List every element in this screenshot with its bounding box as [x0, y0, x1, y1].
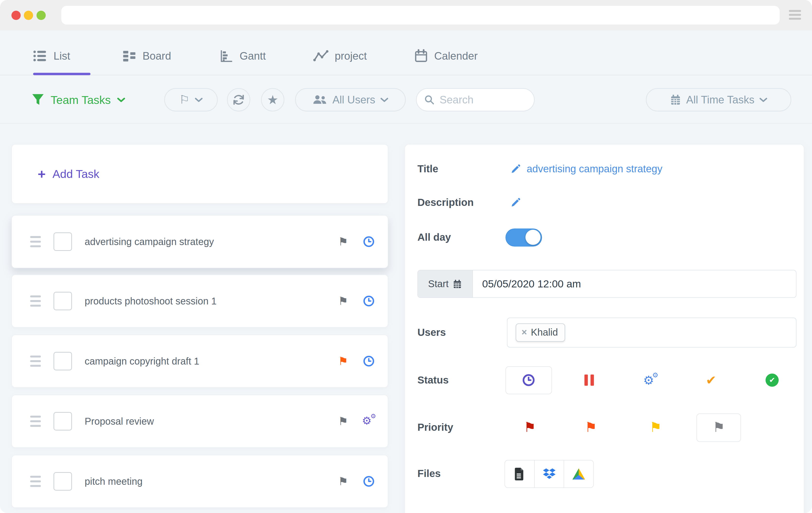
active-tab-indicator: [33, 73, 90, 75]
time-range-filter[interactable]: All Time Tasks: [646, 88, 791, 111]
priority-flag-icon[interactable]: ⚑: [338, 355, 348, 367]
task-title: pitch meeting: [85, 476, 143, 487]
status-gears-icon[interactable]: ⚙⚙: [362, 415, 375, 428]
file-icon: [514, 468, 525, 480]
edit-pencil-icon[interactable]: [511, 164, 521, 174]
tab-label: project: [335, 50, 367, 62]
task-row[interactable]: campaign copyright draft 1 ⚑: [11, 335, 388, 388]
task-checkbox[interactable]: [54, 472, 72, 491]
search-icon: [424, 94, 435, 105]
team-tasks-label: Team Tasks: [51, 93, 111, 107]
priority-option-none-flag-icon[interactable]: ⚑: [713, 421, 725, 434]
drag-handle-icon[interactable]: [30, 295, 41, 307]
refresh-icon: [233, 94, 245, 106]
files-button-group: [504, 460, 594, 488]
all-day-toggle[interactable]: [505, 229, 542, 247]
users-label: Users: [417, 326, 446, 338]
app-window: List Board Gantt project Calender: [0, 0, 812, 513]
toolbar-divider: [0, 123, 812, 124]
remove-user-icon[interactable]: ×: [522, 327, 527, 338]
url-bar[interactable]: [61, 6, 780, 25]
search-input[interactable]: [439, 93, 513, 106]
chevron-down-icon: [759, 97, 767, 103]
google-drive-button[interactable]: [564, 460, 593, 487]
task-title: campaign copyright draft 1: [85, 356, 199, 367]
board-icon: [123, 49, 136, 62]
menu-icon[interactable]: [789, 10, 801, 21]
flag-outline-icon: ⚐: [179, 94, 190, 106]
user-chip[interactable]: × Khalid: [516, 323, 565, 342]
traffic-light-zoom-icon[interactable]: [36, 11, 46, 20]
status-option-check[interactable]: ✔: [706, 374, 716, 387]
priority-flag-icon[interactable]: ⚑: [338, 295, 348, 307]
tab-label: Calender: [434, 50, 478, 62]
users-input[interactable]: × Khalid: [507, 318, 796, 347]
plus-icon: +: [38, 167, 46, 181]
view-tabs: List Board Gantt project Calender: [0, 39, 812, 76]
team-tasks-filter[interactable]: Team Tasks: [32, 88, 125, 111]
drag-handle-icon[interactable]: [30, 476, 41, 487]
priority-label: Priority: [417, 422, 453, 433]
task-title: Proposal review: [85, 416, 154, 427]
start-date-addon: Start: [418, 270, 473, 297]
task-row[interactable]: products photoshoot session 1 ⚑: [11, 275, 388, 327]
tab-list[interactable]: List: [33, 39, 70, 73]
list-icon: [33, 49, 47, 62]
all-day-label: All day: [417, 231, 451, 243]
add-task-button[interactable]: + Add Task: [11, 144, 388, 204]
tab-board[interactable]: Board: [123, 39, 171, 73]
toggle-knob: [525, 230, 541, 245]
refresh-button[interactable]: [227, 88, 250, 111]
task-checkbox[interactable]: [54, 232, 72, 251]
drag-handle-icon[interactable]: [30, 236, 41, 247]
priority-flag-icon[interactable]: ⚑: [338, 476, 348, 487]
browser-chrome: [0, 0, 812, 30]
calendar-icon: [453, 279, 462, 289]
chevron-down-icon: [380, 97, 388, 103]
status-option-clock[interactable]: [522, 373, 535, 387]
task-checkbox[interactable]: [54, 352, 72, 370]
task-title-value[interactable]: advertising campaign strategy: [527, 163, 662, 175]
all-users-filter[interactable]: All Users: [295, 88, 406, 111]
task-row[interactable]: advertising campaign strategy ⚑: [11, 215, 388, 268]
files-label: Files: [417, 468, 441, 479]
drag-handle-icon[interactable]: [30, 355, 41, 367]
status-clock-icon[interactable]: [362, 355, 375, 368]
favorites-button[interactable]: ★: [261, 88, 284, 111]
priority-option-medium-flag-icon[interactable]: ⚑: [649, 421, 662, 434]
traffic-light-minimize-icon[interactable]: [24, 11, 33, 20]
chevron-down-icon: [117, 97, 125, 103]
status-option-done[interactable]: ✔: [765, 374, 779, 387]
edit-pencil-icon[interactable]: [511, 197, 521, 207]
add-task-label: Add Task: [53, 167, 99, 180]
task-checkbox[interactable]: [54, 412, 72, 430]
tab-gantt[interactable]: Gantt: [220, 39, 266, 73]
upload-file-button[interactable]: [505, 460, 535, 487]
chevron-down-icon: [195, 97, 203, 103]
priority-flag-icon[interactable]: ⚑: [338, 416, 348, 427]
line-chart-icon: [313, 50, 328, 62]
status-clock-icon[interactable]: [362, 475, 375, 488]
status-clock-icon[interactable]: [362, 235, 375, 248]
start-label: Start: [428, 278, 448, 289]
priority-option-high-flag-icon[interactable]: ⚑: [585, 421, 597, 434]
tab-project[interactable]: project: [313, 39, 367, 73]
start-date-input[interactable]: 05/05/2020 12:00 am: [473, 270, 581, 297]
flag-filter-button[interactable]: ⚐: [164, 88, 218, 111]
tab-calendar[interactable]: Calender: [414, 39, 478, 73]
status-label: Status: [417, 374, 448, 386]
search-box: [416, 88, 535, 111]
status-option-pause[interactable]: [585, 374, 594, 386]
drag-handle-icon[interactable]: [30, 416, 41, 427]
task-details-panel: Title advertising campaign strategy Desc…: [405, 144, 804, 513]
status-clock-icon[interactable]: [362, 295, 375, 307]
task-checkbox[interactable]: [54, 292, 72, 310]
traffic-light-close-icon[interactable]: [11, 11, 21, 20]
task-row[interactable]: pitch meeting ⚑: [11, 455, 388, 508]
task-row[interactable]: Proposal review ⚑ ⚙⚙: [11, 395, 388, 448]
dropbox-button[interactable]: [535, 460, 564, 487]
priority-option-urgent-flag-icon[interactable]: ⚑: [524, 421, 536, 434]
status-option-gears[interactable]: ⚙⚙: [644, 374, 657, 387]
start-date-field: Start 05/05/2020 12:00 am: [417, 270, 796, 298]
priority-flag-icon[interactable]: ⚑: [338, 236, 348, 247]
